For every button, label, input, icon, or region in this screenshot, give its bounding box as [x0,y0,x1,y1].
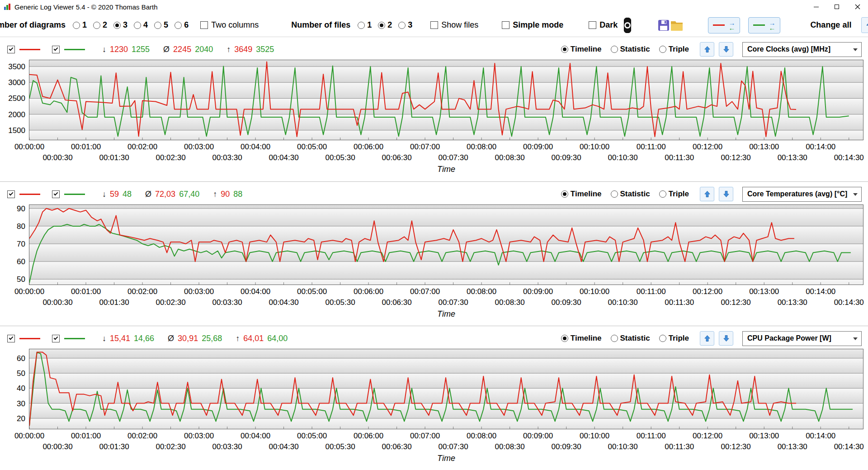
view-radio-statistic[interactable]: Statistic [611,334,650,343]
avg-value-green: 25,68 [202,334,222,343]
simple-mode-checkbox[interactable]: Simple mode [502,20,563,30]
close-button[interactable] [847,0,868,14]
x-tick-label: 00:13:30 [778,442,807,451]
radio-label: 1 [82,20,87,30]
y-axis: 9080706050 [0,204,29,285]
metric-dropdown[interactable]: Core Clocks (avg) [MHz] [742,42,862,57]
series-green-checkbox[interactable] [52,46,60,53]
view-radio-timeline[interactable]: Timeline [561,190,602,199]
swap-red-button[interactable]: → ← [708,17,740,33]
diagrams-radio-4[interactable]: 4 [134,20,148,30]
x-tick-label: 00:11:30 [665,298,694,307]
metric-dropdown[interactable]: Core Temperatures (avg) [°C] [742,187,862,202]
checkbox-icon [200,21,208,29]
y-tick-label: 70 [17,240,25,249]
view-radio-triple[interactable]: Triple [659,45,689,54]
x-tick-label: 00:02:30 [156,153,185,162]
checkbox-label: Simple mode [513,20,563,30]
diagrams-radio-2[interactable]: 2 [93,20,107,30]
maximize-button[interactable] [826,0,847,14]
x-tick-label: 00:00:00 [14,142,44,152]
panel-move-down-button[interactable] [719,42,733,57]
y-tick-label: 3000 [8,78,25,87]
stat-max: ↑ 64,01 64,00 [236,334,288,343]
panel-move-up-button[interactable] [700,331,714,346]
open-button[interactable] [670,17,684,34]
x-tick-label: 00:03:30 [212,442,242,451]
files-radio-2[interactable]: 2 [378,20,392,30]
show-files-checkbox[interactable]: Show files [430,20,478,30]
metric-dropdown[interactable]: CPU Package Power [W] [742,331,862,346]
view-radio-triple[interactable]: Triple [659,190,689,199]
view-radio-timeline[interactable]: Timeline [561,45,602,54]
minimize-icon [814,7,819,7]
panel-move-up-button[interactable] [700,187,714,201]
x-tick-label: 00:07:30 [439,153,468,162]
checkbox-label: Show files [441,20,478,30]
dark-checkbox[interactable]: Dark [589,20,618,30]
max-value-red: 64,01 [243,334,264,343]
x-tick-label: 00:02:00 [127,142,157,152]
x-tick-label: 00:05:00 [297,432,327,441]
x-tick-label: 00:08:00 [467,432,496,441]
stat-avg: Ø 30,91 25,68 [168,334,222,343]
radio-icon [73,22,80,29]
x-tick-label: 00:00:30 [42,442,72,451]
panel-move-up-button[interactable] [700,42,714,57]
stat-max: ↑ 3649 3525 [226,45,274,54]
x-tick-label: 00:06:30 [382,298,412,307]
x-tick-label: 00:08:00 [467,287,496,296]
screenshot-button[interactable] [624,18,631,33]
radio-label: Statistic [620,334,650,343]
stat-avg: Ø 2245 2040 [163,45,213,54]
x-tick-label: 00:13:00 [749,287,779,296]
series-red-checkbox[interactable] [7,335,15,342]
panel-move-down-button[interactable] [719,331,733,346]
radio-icon [611,46,618,53]
series-red-checkbox[interactable] [7,190,15,198]
x-tick-label: 00:07:00 [410,287,440,296]
diagrams-radio-6[interactable]: 6 [175,20,189,30]
min-value-red: 1230 [110,45,128,54]
charts-area: ↓ 1230 1255 Ø 2245 2040 ↑ 3649 3525 Time… [0,37,868,470]
change-all-up-button[interactable] [861,17,868,33]
chart-svg [29,205,863,285]
folder-icon [670,19,684,31]
panel-move-down-button[interactable] [719,187,733,201]
min-value-red: 59 [110,190,119,199]
save-button[interactable] [657,17,670,34]
time-axis-label: Time [29,454,863,463]
diagrams-radio-5[interactable]: 5 [154,20,168,30]
view-radio-statistic[interactable]: Statistic [611,45,650,54]
view-radio-triple[interactable]: Triple [659,334,689,343]
swap-green-button[interactable]: → ← [748,17,780,33]
diagrams-radio-3[interactable]: 3 [113,20,127,30]
view-radio-timeline[interactable]: Timeline [561,334,602,343]
radio-icon [611,335,618,342]
minimize-button[interactable] [806,0,826,14]
radio-label: 2 [387,20,392,30]
two-columns-checkbox[interactable]: Two columns [200,20,259,30]
series-red-checkbox[interactable] [7,46,15,53]
files-radio-1[interactable]: 1 [358,20,372,30]
view-radio-statistic[interactable]: Statistic [611,190,650,199]
max-value-green: 88 [233,190,242,199]
chevron-down-icon [853,337,858,340]
x-tick-label: 00:06:30 [382,153,412,162]
chart-plot[interactable] [29,349,863,429]
x-tick-label: 00:00:00 [14,432,44,441]
series-green-checkbox[interactable] [52,190,60,198]
x-tick-label: 00:09:00 [523,287,553,296]
diagrams-radio-1[interactable]: 1 [73,20,87,30]
x-tick-label: 00:12:00 [693,432,722,441]
x-tick-label: 00:00:30 [42,153,72,162]
y-tick-label: 30 [17,399,25,408]
x-tick-label: 00:14:30 [834,442,864,451]
min-symbol: ↓ [102,45,106,54]
series-green-checkbox[interactable] [52,335,60,342]
green-line-icon [753,24,765,26]
files-radio-3[interactable]: 3 [398,20,412,30]
chart-plot[interactable] [29,60,863,140]
time-axis-label: Time [29,309,863,319]
chart-plot[interactable] [29,204,863,285]
